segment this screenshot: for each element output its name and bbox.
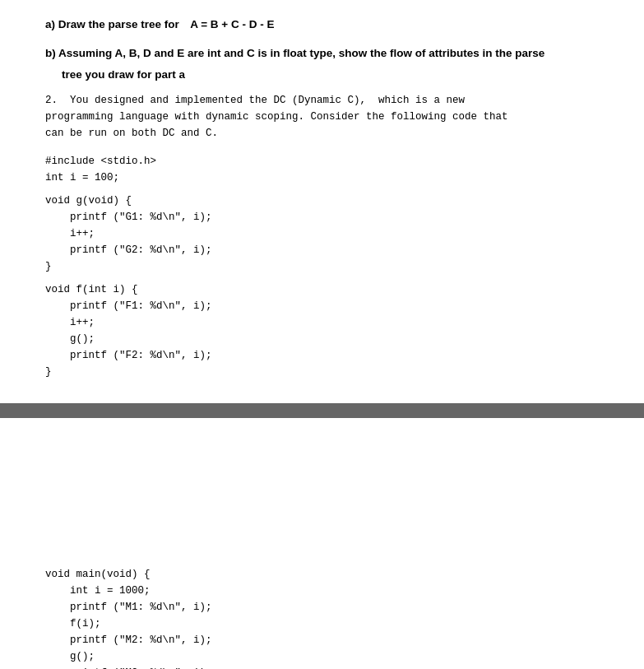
top-page-section: a) Draw the parse tree for A = B + C - D… [0,0,644,403]
code-include: #include <stdio.h> int i = 100; [45,153,599,186]
code-main-function: void main(void) { int i = 1000; printf (… [45,566,599,669]
spacer [0,418,644,550]
part-a-row: a) Draw the parse tree for A = B + C - D… [45,16,599,37]
part-b-label: b) Assuming A, B, D and E are int and C … [45,45,599,62]
code-g-function: void g(void) { printf ("G1: %d\n", i); i… [45,193,599,275]
part-a-formula: A = B + C - D - E [190,18,274,30]
part-b-block: b) Assuming A, B, D and E are int and C … [45,45,599,81]
bottom-page-section: void main(void) { int i = 1000; printf (… [0,550,644,669]
page-divider [0,403,644,418]
question-2-text: 2. You designed and implemented the DC (… [45,92,599,142]
code-f-function: void f(int i) { printf ("F1: %d\n", i); … [45,281,599,380]
part-b-label2: tree you draw for part a [45,68,599,81]
part-a-label: a) Draw the parse tree for [45,18,179,30]
